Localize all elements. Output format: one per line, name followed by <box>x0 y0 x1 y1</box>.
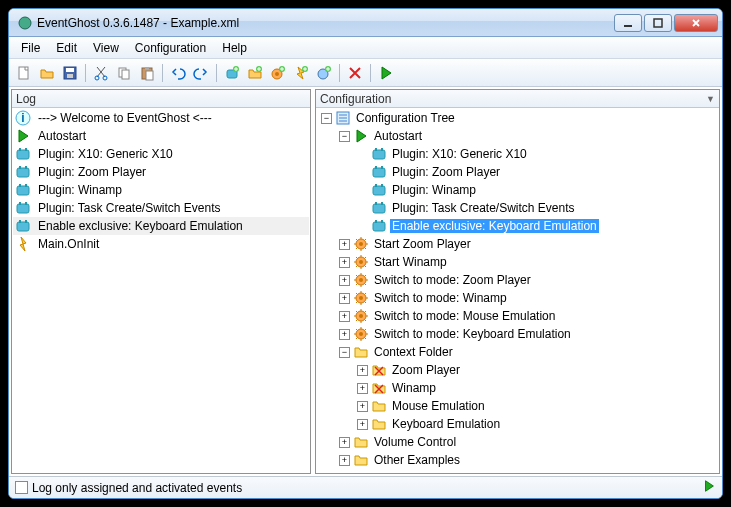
tree-row[interactable]: −Configuration Tree <box>317 109 718 127</box>
svg-rect-27 <box>25 148 27 151</box>
menu-edit[interactable]: Edit <box>48 39 85 57</box>
log-row[interactable]: i---> Welcome to EventGhost <--- <box>13 109 309 127</box>
tree-label: Plugin: Task Create/Switch Events <box>390 201 577 215</box>
tree-expander[interactable]: + <box>357 401 368 412</box>
execute-button[interactable] <box>375 62 397 84</box>
log-row[interactable]: Plugin: Zoom Player <box>13 163 309 181</box>
delete-button[interactable] <box>344 62 366 84</box>
checkbox-icon[interactable] <box>15 481 28 494</box>
tree-expander[interactable]: + <box>357 383 368 394</box>
add-folder-button[interactable] <box>244 62 266 84</box>
svg-rect-5 <box>66 68 74 72</box>
tree-label: Plugin: X10: Generic X10 <box>390 147 529 161</box>
new-button[interactable] <box>13 62 35 84</box>
tree-expander[interactable]: + <box>357 419 368 430</box>
toolbar <box>9 59 722 87</box>
add-event-button[interactable] <box>290 62 312 84</box>
log-row[interactable]: Autostart <box>13 127 309 145</box>
pane-dropdown-icon[interactable]: ▼ <box>706 94 715 104</box>
tree-row[interactable]: Plugin: X10: Generic X10 <box>317 145 718 163</box>
svg-rect-45 <box>375 166 377 169</box>
log-text: Plugin: Zoom Player <box>38 165 146 179</box>
undo-button[interactable] <box>167 62 189 84</box>
tree-row[interactable]: +Keyboard Emulation <box>317 415 718 433</box>
tree-expander[interactable]: + <box>339 455 350 466</box>
log-body[interactable]: i---> Welcome to EventGhost <---Autostar… <box>12 108 310 473</box>
menu-help[interactable]: Help <box>214 39 255 57</box>
svg-rect-48 <box>375 184 377 187</box>
save-button[interactable] <box>59 62 81 84</box>
tree-row[interactable]: +Volume Control <box>317 433 718 451</box>
tree-row[interactable]: +Mouse Emulation <box>317 397 718 415</box>
tree-row[interactable]: +Switch to mode: Winamp <box>317 289 718 307</box>
cut-button[interactable] <box>90 62 112 84</box>
tree-row[interactable]: +Switch to mode: Zoom Player <box>317 271 718 289</box>
log-text: Plugin: Task Create/Switch Events <box>38 201 221 215</box>
menubar: File Edit View Configuration Help <box>9 37 722 59</box>
tree-row[interactable]: +Switch to mode: Mouse Emulation <box>317 307 718 325</box>
copy-button[interactable] <box>113 62 135 84</box>
tree-row[interactable]: Plugin: Winamp <box>317 181 718 199</box>
log-row[interactable]: Plugin: Task Create/Switch Events <box>13 199 309 217</box>
config-tree[interactable]: −Configuration Tree−AutostartPlugin: X10… <box>316 108 719 473</box>
tree-label: Switch to mode: Zoom Player <box>372 273 533 287</box>
tree-row[interactable]: Plugin: Zoom Player <box>317 163 718 181</box>
menu-file[interactable]: File <box>13 39 48 57</box>
tree-row[interactable]: Plugin: Task Create/Switch Events <box>317 199 718 217</box>
tree-row[interactable]: +Start Zoom Player <box>317 235 718 253</box>
redo-button[interactable] <box>190 62 212 84</box>
svg-rect-39 <box>25 220 27 223</box>
tree-label: Mouse Emulation <box>390 399 487 413</box>
app-icon <box>17 15 33 31</box>
tree-expander[interactable]: + <box>339 293 350 304</box>
maximize-button[interactable] <box>644 14 672 32</box>
log-row[interactable]: Plugin: Winamp <box>13 181 309 199</box>
tree-expander[interactable]: + <box>339 275 350 286</box>
log-row[interactable]: Plugin: X10: Generic X10 <box>13 145 309 163</box>
menu-configuration[interactable]: Configuration <box>127 39 214 57</box>
tree-row[interactable]: +Other Examples <box>317 451 718 469</box>
close-button[interactable] <box>674 14 718 32</box>
svg-rect-44 <box>373 168 385 177</box>
minimize-button[interactable] <box>614 14 642 32</box>
svg-point-63 <box>359 296 363 300</box>
log-text: Plugin: X10: Generic X10 <box>38 147 173 161</box>
tree-label: Switch to mode: Mouse Emulation <box>372 309 557 323</box>
paste-button[interactable] <box>136 62 158 84</box>
add-action-button[interactable] <box>313 62 335 84</box>
open-button[interactable] <box>36 62 58 84</box>
menu-view[interactable]: View <box>85 39 127 57</box>
svg-rect-50 <box>373 204 385 213</box>
tree-expander[interactable]: − <box>339 131 350 142</box>
log-filter-checkbox[interactable]: Log only assigned and activated events <box>15 481 242 495</box>
tree-expander[interactable]: + <box>339 437 350 448</box>
tree-row[interactable]: +Zoom Player <box>317 361 718 379</box>
log-text: Enable exclusive: Keyboard Emulation <box>38 219 243 233</box>
log-row[interactable]: Enable exclusive: Keyboard Emulation <box>13 217 309 235</box>
log-text: ---> Welcome to EventGhost <--- <box>38 111 212 125</box>
tree-row[interactable]: +Switch to mode: Keyboard Emulation <box>317 325 718 343</box>
tree-row[interactable]: +Start Winamp <box>317 253 718 271</box>
tree-expander[interactable]: + <box>357 365 368 376</box>
tree-row[interactable]: −Context Folder <box>317 343 718 361</box>
tree-expander[interactable]: + <box>339 257 350 268</box>
tree-expander[interactable]: − <box>339 347 350 358</box>
log-pane-header: Log <box>12 90 310 108</box>
tree-expander[interactable]: − <box>321 113 332 124</box>
add-macro-button[interactable] <box>267 62 289 84</box>
log-text: Plugin: Winamp <box>38 183 122 197</box>
titlebar[interactable]: EventGhost 0.3.6.1487 - Example.xml <box>9 9 722 37</box>
tree-expander[interactable]: + <box>339 239 350 250</box>
svg-rect-34 <box>17 204 29 213</box>
log-row[interactable]: Main.OnInit <box>13 235 309 253</box>
svg-rect-33 <box>25 184 27 187</box>
tree-expander[interactable]: + <box>339 311 350 322</box>
add-plugin-button[interactable] <box>221 62 243 84</box>
svg-point-61 <box>359 278 363 282</box>
tree-row[interactable]: Enable exclusive: Keyboard Emulation <box>317 217 718 235</box>
tree-row[interactable]: −Autostart <box>317 127 718 145</box>
tree-row[interactable]: +Winamp <box>317 379 718 397</box>
status-play-icon[interactable] <box>702 479 716 496</box>
svg-rect-54 <box>375 220 377 223</box>
tree-expander[interactable]: + <box>339 329 350 340</box>
